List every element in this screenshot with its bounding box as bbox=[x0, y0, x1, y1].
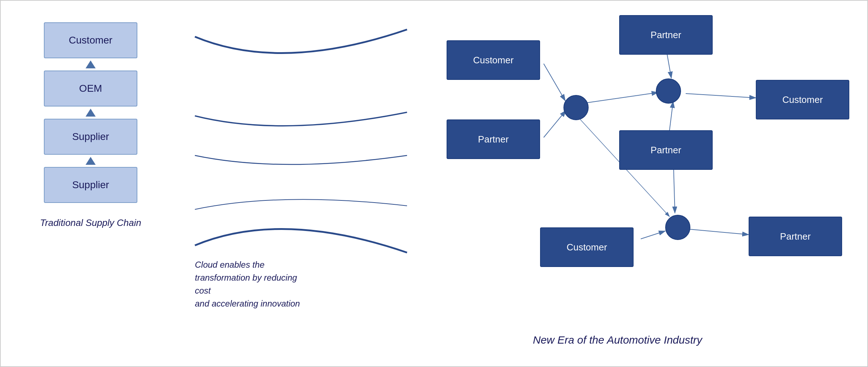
customer-chain-box: Customer bbox=[44, 22, 137, 58]
net-customer-3-label: Customer bbox=[567, 242, 607, 253]
cloud-text-line1: Cloud enables the bbox=[195, 260, 264, 269]
chain-boxes: Customer OEM Supplier Supplier bbox=[22, 22, 159, 203]
svg-line-5 bbox=[583, 92, 658, 103]
customer-chain-label: Customer bbox=[69, 35, 112, 46]
net-partner-2-box: Partner bbox=[447, 119, 540, 159]
net-partner-2-label: Partner bbox=[478, 134, 508, 145]
net-hub-2 bbox=[656, 78, 681, 104]
cloud-text-line2: transformation by reducing cost bbox=[195, 273, 297, 295]
traditional-supply-chain-section: Customer OEM Supplier Supplier Tradition… bbox=[22, 22, 159, 228]
oem-chain-label: OEM bbox=[79, 83, 102, 94]
middle-section: Cloud enables the transformation by redu… bbox=[173, 1, 418, 367]
curves-svg bbox=[173, 1, 418, 367]
traditional-supply-chain-label: Traditional Supply Chain bbox=[22, 217, 159, 228]
arrow-1 bbox=[86, 60, 96, 68]
net-partner-1-box: Partner bbox=[619, 15, 713, 55]
supplier-chain-label-1: Supplier bbox=[72, 131, 109, 142]
net-customer-1-label: Customer bbox=[473, 55, 514, 66]
arrow-2 bbox=[86, 109, 96, 117]
net-partner-3-label: Partner bbox=[650, 145, 681, 156]
net-partner-3-box: Partner bbox=[619, 130, 713, 170]
svg-line-2 bbox=[544, 64, 565, 101]
svg-line-6 bbox=[670, 101, 673, 130]
cloud-text-line3: and accelerating innovation bbox=[195, 299, 300, 308]
net-partner-4-label: Partner bbox=[780, 231, 810, 242]
net-hub-1 bbox=[563, 95, 589, 120]
net-partner-1-label: Partner bbox=[650, 30, 681, 41]
supplier-chain-box-2: Supplier bbox=[44, 167, 137, 203]
net-partner-4-box: Partner bbox=[749, 217, 842, 256]
svg-line-10 bbox=[689, 229, 749, 235]
net-customer-3-box: Customer bbox=[540, 227, 634, 267]
net-customer-2-box: Customer bbox=[756, 80, 849, 119]
arrow-3 bbox=[86, 157, 96, 165]
net-hub-3 bbox=[665, 215, 690, 240]
supplier-chain-box-1: Supplier bbox=[44, 119, 137, 155]
net-customer-1-box: Customer bbox=[447, 40, 540, 80]
svg-line-9 bbox=[641, 231, 665, 239]
svg-line-4 bbox=[544, 110, 566, 137]
net-customer-2-label: Customer bbox=[782, 94, 823, 105]
cloud-text: Cloud enables the transformation by redu… bbox=[195, 258, 310, 310]
supplier-chain-label-2: Supplier bbox=[72, 179, 109, 191]
oem-chain-box: OEM bbox=[44, 71, 137, 107]
svg-line-7 bbox=[686, 94, 756, 98]
new-era-section: Customer Partner Partner Customer Partne… bbox=[418, 1, 856, 367]
new-era-label: New Era of the Automotive Industry bbox=[533, 334, 702, 346]
